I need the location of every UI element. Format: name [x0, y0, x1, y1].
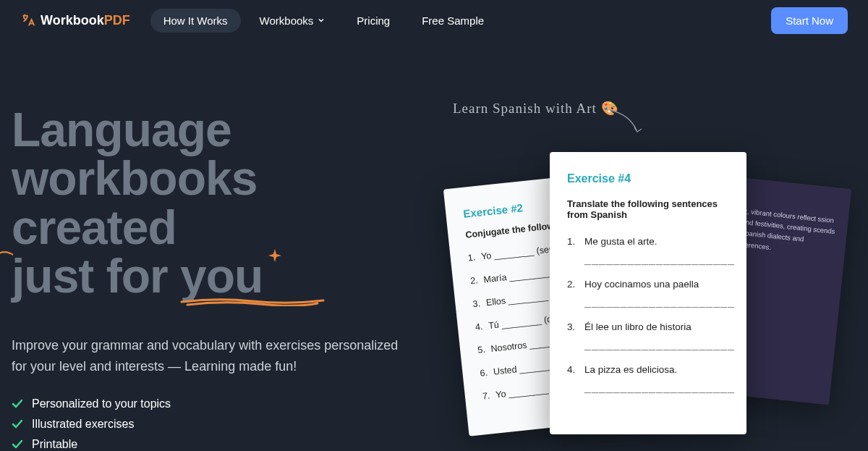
hero-section: Language workbooks created just for you …	[0, 106, 868, 451]
start-now-button[interactable]: Start Now	[771, 7, 848, 34]
logo-text: WorkbookPDF	[41, 13, 130, 28]
top-nav: WorkbookPDF How It Works Workbooks Prici…	[0, 0, 868, 41]
nav-free-sample[interactable]: Free Sample	[409, 9, 497, 33]
nav-how-it-works[interactable]: How It Works	[150, 9, 241, 33]
feature-item: Personalized to your topics	[12, 397, 431, 410]
check-icon	[12, 398, 23, 410]
check-icon	[12, 418, 23, 430]
translate-icon	[20, 12, 36, 28]
hero-right: Learn Spanish with Art 🎨 rt, vibrant col…	[431, 106, 856, 451]
nav-items: How It Works Workbooks Pricing Free Samp…	[150, 9, 497, 33]
preview-card-front: Exercise #4 Translate the following sent…	[550, 152, 746, 434]
nav-pricing[interactable]: Pricing	[344, 9, 403, 33]
chevron-down-icon	[318, 17, 325, 24]
feature-list: Personalized to your topics Illustrated …	[12, 397, 431, 451]
preview-caption: Learn Spanish with Art 🎨	[453, 100, 619, 117]
headline: Language workbooks created just for you	[12, 106, 431, 300]
check-icon	[12, 439, 23, 450]
feature-item: Printable	[12, 438, 431, 451]
sparkle-icon	[267, 249, 283, 265]
underline-squiggle	[180, 296, 325, 306]
subheadline: Improve your grammar and vocabulary with…	[12, 335, 402, 377]
logo[interactable]: WorkbookPDF	[20, 12, 130, 28]
arrow-icon	[608, 109, 644, 138]
feature-item: Illustrated exercises	[12, 418, 431, 431]
exercise-instruction: Translate the following sentences from S…	[567, 198, 729, 220]
hero-left: Language workbooks created just for you …	[12, 106, 431, 451]
nav-workbooks[interactable]: Workbooks	[247, 9, 339, 33]
exercise-title: Exercise #4	[567, 172, 729, 185]
